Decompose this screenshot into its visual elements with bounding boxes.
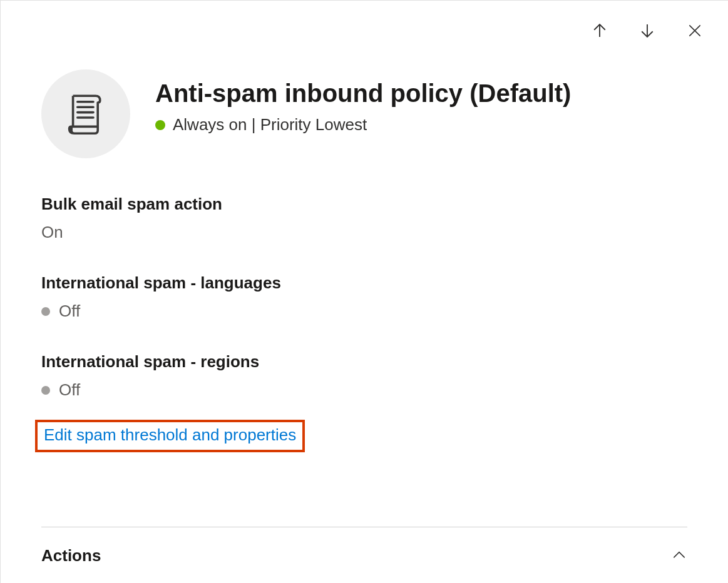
- top-navigation-actions: [588, 19, 706, 42]
- page-title: Anti-spam inbound policy (Default): [155, 79, 571, 108]
- header-text-block: Anti-spam inbound policy (Default) Alway…: [155, 69, 571, 134]
- status-text: Always on | Priority Lowest: [173, 115, 367, 134]
- setting-value: Off: [41, 380, 687, 400]
- content-section: Bulk email spam action On International …: [41, 195, 687, 452]
- header-section: Anti-spam inbound policy (Default) Alway…: [41, 69, 571, 158]
- off-dot-icon: [41, 386, 50, 395]
- setting-value: On: [41, 223, 687, 242]
- setting-value: Off: [41, 302, 687, 321]
- chevron-up-icon[interactable]: [671, 547, 687, 565]
- arrow-down-icon[interactable]: [636, 19, 659, 42]
- setting-intl-languages: International spam - languages Off: [41, 273, 687, 321]
- setting-label: Bulk email spam action: [41, 195, 687, 214]
- policy-document-icon: [41, 69, 130, 158]
- edit-link-highlight: Edit spam threshold and properties: [35, 420, 305, 452]
- setting-intl-regions: International spam - regions Off: [41, 352, 687, 400]
- edit-spam-threshold-link[interactable]: Edit spam threshold and properties: [44, 425, 296, 444]
- setting-label: International spam - regions: [41, 352, 687, 372]
- off-dot-icon: [41, 307, 50, 316]
- close-icon[interactable]: [684, 19, 706, 42]
- setting-bulk-email: Bulk email spam action On: [41, 195, 687, 242]
- status-line: Always on | Priority Lowest: [155, 115, 571, 134]
- status-dot-icon: [155, 120, 165, 130]
- arrow-up-icon[interactable]: [588, 19, 611, 42]
- setting-label: International spam - languages: [41, 273, 687, 293]
- actions-label: Actions: [41, 546, 101, 565]
- actions-header-row[interactable]: Actions: [41, 527, 687, 565]
